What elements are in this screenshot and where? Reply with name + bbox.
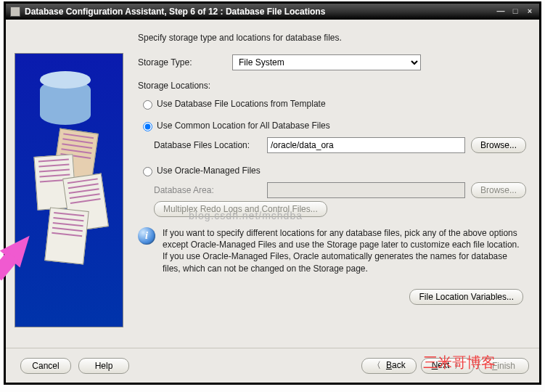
radio-common-location[interactable]: Use Common Location for All Database Fil… — [139, 120, 526, 131]
database-area-label: Database Area: — [154, 185, 261, 195]
radio-from-template[interactable]: Use Database File Locations from Templat… — [139, 98, 526, 110]
radio-from-template-label: Use Database File Locations from Templat… — [157, 99, 326, 109]
radio-oracle-managed[interactable]: Use Oracle-Managed Files — [139, 165, 526, 176]
minimize-icon[interactable]: — — [496, 7, 506, 16]
page-instruction: Specify storage type and locations for d… — [138, 33, 526, 43]
radio-from-template-input[interactable] — [143, 100, 152, 110]
app-icon — [10, 7, 20, 17]
close-icon[interactable]: × — [525, 7, 535, 16]
browse-omf-button: Browse... — [471, 182, 526, 198]
finish-button: Finish — [478, 358, 529, 374]
info-text: If you want to specify different locatio… — [163, 227, 523, 274]
multiplex-button: Multiplex Redo Logs and Control Files... — [154, 201, 327, 217]
browse-common-button[interactable]: Browse... — [471, 137, 526, 153]
maximize-icon[interactable]: □ — [510, 7, 520, 16]
database-area-input — [267, 182, 465, 198]
storage-locations-label: Storage Locations: — [138, 81, 526, 91]
file-location-variables-button[interactable]: File Location Variables... — [409, 289, 523, 305]
wizard-illustration — [15, 53, 123, 327]
info-icon: i — [138, 227, 155, 245]
radio-oracle-managed-input[interactable] — [143, 167, 152, 176]
cancel-button[interactable]: Cancel — [20, 358, 71, 374]
db-files-location-label: Database Files Location: — [154, 140, 261, 150]
radio-common-location-input[interactable] — [143, 122, 152, 131]
storage-type-select[interactable]: File System — [232, 54, 421, 70]
help-button[interactable]: Help — [78, 358, 129, 374]
db-files-location-input[interactable] — [267, 137, 465, 153]
radio-oracle-managed-label: Use Oracle-Managed Files — [157, 166, 261, 176]
storage-type-label: Storage Type: — [138, 57, 232, 68]
next-button[interactable]: Next 〉 — [421, 358, 474, 374]
radio-common-location-label: Use Common Location for All Database Fil… — [157, 121, 330, 131]
wizard-footer: Cancel Help 〈 Back Next 〉 Finish — [6, 348, 539, 383]
window-title: Database Configuration Assistant, Step 6… — [25, 7, 325, 17]
window-titlebar: Database Configuration Assistant, Step 6… — [6, 4, 539, 20]
back-button[interactable]: 〈 Back — [361, 358, 416, 374]
